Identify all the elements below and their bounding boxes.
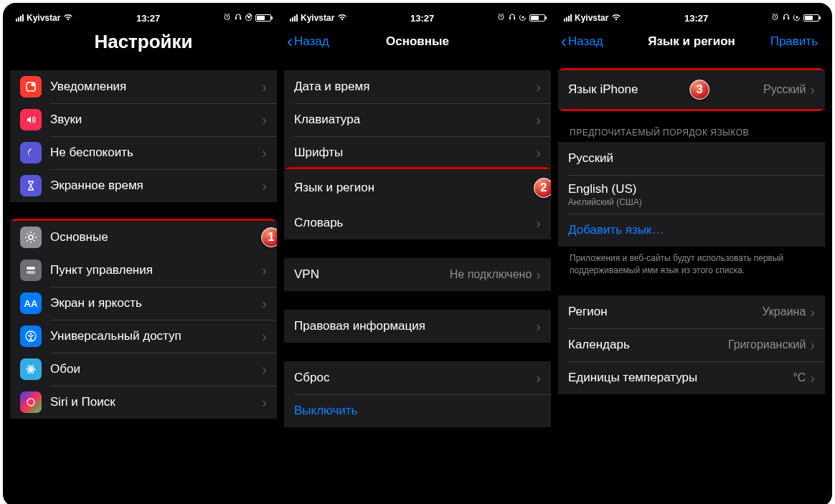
cell-label: Звуки: [50, 113, 262, 127]
cell-label: Регион: [568, 305, 762, 319]
settings-group-notifications: Уведомления › Звуки › Не беспокоить › Эк…: [10, 70, 277, 202]
cell-value: Григорианский: [728, 338, 806, 351]
cell-label: VPN: [294, 267, 450, 282]
headphones-icon: [782, 13, 791, 23]
chevron-right-icon: ›: [810, 338, 815, 352]
chevron-right-icon: ›: [536, 80, 541, 94]
cell-reset[interactable]: Сброс ›: [284, 361, 551, 394]
cell-dnd[interactable]: Не беспокоить ›: [10, 136, 277, 169]
cell-accessibility[interactable]: Универсальный доступ ›: [10, 320, 277, 353]
svg-point-6: [29, 235, 33, 239]
cell-legal[interactable]: Правовая информация ›: [284, 310, 551, 343]
cell-lang-ru[interactable]: Русский: [558, 142, 825, 175]
highlight-language-region: Язык и регион › 2: [284, 167, 551, 209]
svg-point-15: [27, 399, 34, 406]
cell-siri[interactable]: Siri и Поиск ›: [10, 386, 277, 419]
cell-add-language[interactable]: Добавить язык…: [558, 214, 825, 247]
highlight-iphone-language: Язык iPhone Русский › 3: [558, 68, 825, 111]
cell-vpn[interactable]: VPN Не подключено ›: [284, 258, 551, 291]
cell-shutdown[interactable]: Выключить: [284, 394, 551, 427]
cell-temperature[interactable]: Единицы температуры °C ›: [558, 361, 825, 394]
status-time: 13:27: [136, 13, 160, 24]
svg-rect-8: [27, 271, 35, 274]
cell-label: Экранное время: [50, 179, 262, 193]
signal-icon: [290, 14, 298, 22]
svg-rect-17: [509, 17, 511, 20]
cell-display[interactable]: AA Экран и яркость ›: [10, 287, 277, 320]
notifications-icon: [20, 76, 42, 98]
toggles-icon: [20, 260, 42, 281]
cell-label: Siri и Поиск: [50, 395, 262, 409]
text-size-icon: AA: [20, 293, 42, 314]
cell-notifications[interactable]: Уведомления ›: [10, 70, 277, 103]
svg-rect-1: [235, 17, 237, 20]
cell-fonts[interactable]: Шрифты ›: [284, 136, 551, 169]
cell-calendar[interactable]: Календарь Григорианский ›: [558, 328, 825, 361]
chevron-right-icon: ›: [262, 263, 267, 277]
back-label: Назад: [294, 34, 329, 49]
back-button[interactable]: ‹ Назад: [561, 33, 603, 50]
chevron-right-icon: ›: [262, 113, 267, 127]
cell-region[interactable]: Регион Украина ›: [558, 295, 825, 328]
cell-wallpaper[interactable]: Обои ›: [10, 353, 277, 386]
svg-rect-19: [522, 16, 524, 18]
status-bar: Kyivstar 13:27: [558, 10, 825, 26]
group-region: Регион Украина › Календарь Григорианский…: [558, 295, 825, 394]
back-button[interactable]: ‹ Назад: [287, 33, 329, 50]
chevron-right-icon: ›: [262, 362, 267, 376]
cell-general[interactable]: Основные ›: [10, 221, 277, 254]
cell-dictionary[interactable]: Словарь ›: [284, 206, 551, 239]
moon-icon: [20, 142, 42, 163]
chevron-right-icon: ›: [536, 319, 541, 333]
group-preferred-languages: ПРЕДПОЧИТАЕМЫЙ ПОРЯДОК ЯЗЫКОВ Русский En…: [558, 128, 825, 277]
chevron-right-icon: ›: [536, 371, 541, 385]
carrier-label: Kyivstar: [301, 13, 334, 23]
cell-control-center[interactable]: Пункт управления ›: [10, 254, 277, 287]
signal-icon: [564, 14, 572, 22]
battery-icon: [529, 14, 545, 22]
cell-label: Сброс: [294, 371, 536, 385]
wifi-icon: [611, 13, 621, 23]
headphones-icon: [508, 13, 516, 23]
cell-label: Выключить: [294, 404, 541, 418]
cell-language-region[interactable]: Язык и регион ›: [284, 169, 551, 206]
screen-language-region: Kyivstar 13:27 ‹ Назад Язык и регион Пра…: [558, 10, 825, 500]
signal-icon: [16, 14, 24, 22]
cell-label: English (US): [568, 182, 815, 196]
chevron-right-icon: ›: [536, 267, 541, 282]
highlight-general: Основные › 1: [10, 219, 277, 256]
cell-sounds[interactable]: Звуки ›: [10, 103, 277, 136]
group-header: ПРЕДПОЧИТАЕМЫЙ ПОРЯДОК ЯЗЫКОВ: [558, 128, 825, 142]
navbar: ‹ Назад Основные: [284, 26, 551, 57]
svg-rect-22: [788, 17, 789, 20]
accessibility-icon: [20, 325, 42, 347]
gear-icon: [20, 227, 42, 248]
edit-button[interactable]: Править: [770, 34, 818, 49]
chevron-right-icon: ›: [262, 179, 267, 193]
triptych-frame: Kyivstar 13:27 Настройки Уведомления: [3, 3, 832, 504]
lock-icon: [519, 13, 527, 24]
hourglass-icon: [20, 175, 42, 196]
general-group-legal: Правовая информация ›: [284, 310, 551, 343]
cell-lang-en[interactable]: English (US) Английский (США): [558, 175, 825, 214]
svg-rect-23: [796, 16, 798, 18]
cell-keyboard[interactable]: Клавиатура ›: [284, 103, 551, 136]
svg-rect-2: [240, 17, 241, 20]
status-time: 13:27: [684, 13, 708, 24]
cell-label: Не беспокоить: [50, 146, 262, 160]
lock-icon: [245, 13, 253, 24]
cell-label: Пункт управления: [50, 263, 262, 277]
lock-icon: [793, 13, 801, 24]
step-badge-1: 1: [261, 227, 277, 247]
cell-date-time[interactable]: Дата и время ›: [284, 70, 551, 103]
cell-screentime[interactable]: Экранное время ›: [10, 169, 277, 202]
alarm-icon: [223, 13, 231, 23]
svg-rect-21: [783, 17, 785, 20]
navbar: ‹ Назад Язык и регион Править: [558, 26, 825, 57]
svg-point-10: [30, 333, 32, 335]
navbar: Настройки: [10, 26, 277, 57]
svg-rect-18: [514, 17, 515, 20]
carrier-label: Kyivstar: [575, 13, 608, 23]
alarm-icon: [497, 13, 505, 23]
cell-label: Правовая информация: [294, 319, 536, 333]
